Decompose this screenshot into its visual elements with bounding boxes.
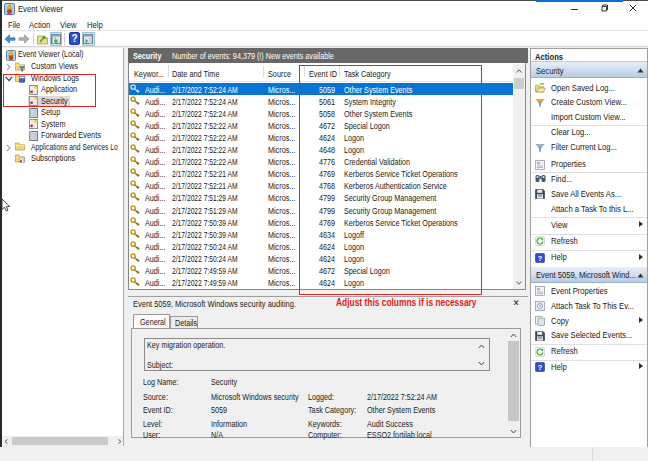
- svg-text:?: ?: [537, 363, 542, 372]
- svg-text:?: ?: [71, 33, 77, 44]
- svg-text:?: ?: [537, 253, 542, 262]
